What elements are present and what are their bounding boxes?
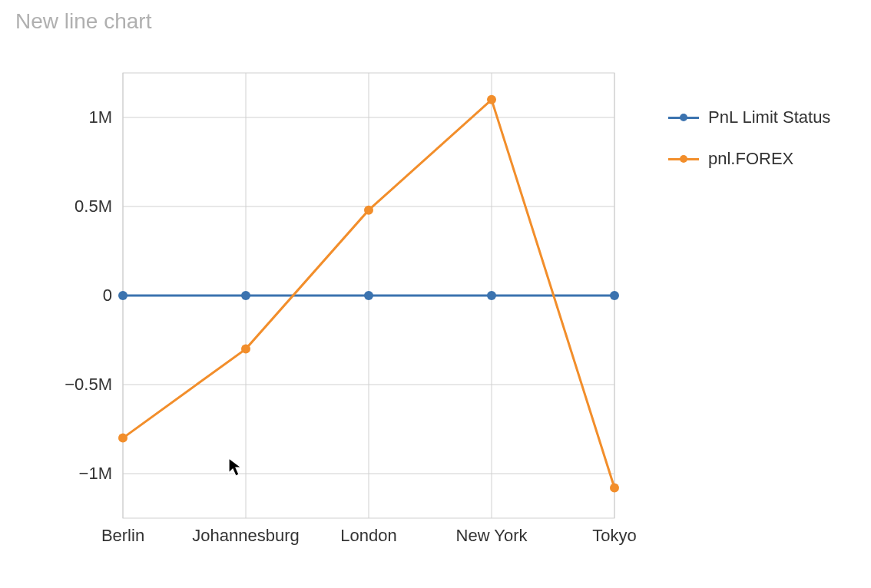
x-tick-label: Johannesburg: [192, 526, 299, 545]
legend-item-pnl-forex[interactable]: pnl.FOREX: [668, 149, 830, 169]
data-point[interactable]: [241, 291, 250, 300]
x-tick-label: Tokyo: [592, 526, 636, 545]
legend-label: PnL Limit Status: [708, 107, 830, 127]
data-point[interactable]: [610, 291, 619, 300]
data-point[interactable]: [364, 206, 373, 215]
x-tick-label: London: [340, 526, 396, 545]
data-point[interactable]: [364, 291, 373, 300]
data-point[interactable]: [118, 434, 128, 443]
data-point[interactable]: [118, 291, 128, 300]
legend: PnL Limit Status pnl.FOREX: [668, 107, 830, 190]
x-tick-label: Berlin: [101, 526, 144, 545]
y-tick-label: 1M: [88, 107, 112, 127]
legend-label: pnl.FOREX: [708, 149, 793, 169]
chart-area: −1M−0.5M00.5M1MBerlinJohannesburgLondonN…: [0, 0, 871, 588]
data-point[interactable]: [487, 95, 496, 104]
legend-swatch-orange: [668, 158, 699, 160]
y-tick-label: −1M: [79, 464, 112, 483]
data-point[interactable]: [487, 291, 496, 300]
y-tick-label: 0: [103, 286, 112, 305]
chart-svg: −1M−0.5M00.5M1MBerlinJohannesburgLondonN…: [0, 0, 871, 588]
legend-swatch-blue: [668, 117, 699, 119]
data-point[interactable]: [610, 484, 619, 493]
y-tick-label: 0.5M: [75, 197, 112, 216]
x-tick-label: New York: [456, 526, 528, 545]
legend-item-pnl-limit-status[interactable]: PnL Limit Status: [668, 107, 830, 127]
y-tick-label: −0.5M: [65, 375, 112, 394]
data-point[interactable]: [241, 345, 250, 354]
